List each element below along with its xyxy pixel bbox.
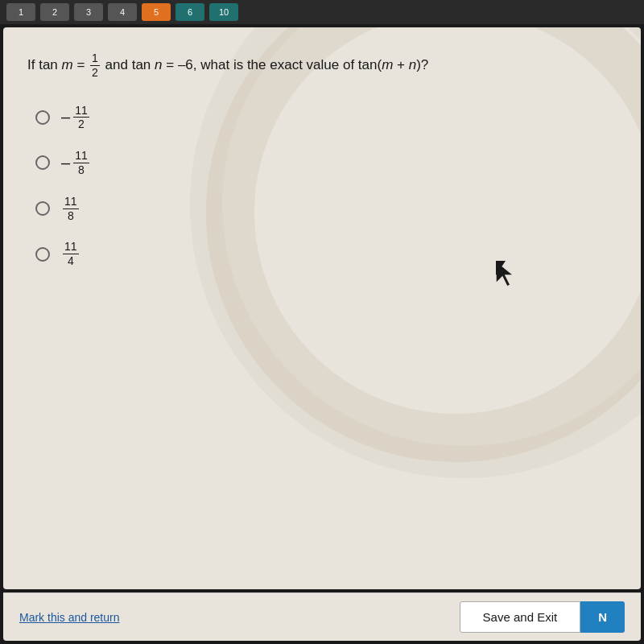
option-2-fraction: 11 8 <box>73 149 89 177</box>
save-exit-button[interactable]: Save and Exit <box>460 601 581 633</box>
nav-btn-5[interactable]: 5 <box>142 3 171 21</box>
option-4[interactable]: 11 4 <box>35 240 617 268</box>
option-1-label: – 11 2 <box>61 104 91 132</box>
option-4-fraction: 11 4 <box>63 240 79 268</box>
fraction-num-1: 1 <box>90 52 100 66</box>
option-3-den: 8 <box>66 209 76 223</box>
option-3-label: 11 8 <box>61 195 80 223</box>
nav-btn-3[interactable]: 3 <box>74 3 103 21</box>
option-3-num: 11 <box>63 195 79 209</box>
question-container: If tan m = 1 2 and tan n = –6, what is t… <box>3 27 641 589</box>
option-1[interactable]: – 11 2 <box>35 104 617 132</box>
question-text-prefix: If tan m = <box>27 57 89 72</box>
option-2[interactable]: – 11 8 <box>35 149 617 177</box>
top-navigation-bar: 1 2 3 4 5 6 10 <box>0 0 644 24</box>
option-1-den: 2 <box>76 118 86 131</box>
option-3-fraction: 11 8 <box>63 195 79 223</box>
next-button[interactable]: N <box>580 601 625 633</box>
radio-option-2[interactable] <box>35 155 50 170</box>
nav-btn-1[interactable]: 1 <box>6 3 35 21</box>
radio-option-4[interactable] <box>35 247 50 262</box>
option-2-label: – 11 8 <box>61 149 91 177</box>
question-text: If tan m = 1 2 and tan n = –6, what is t… <box>27 52 617 80</box>
option-1-fraction: 11 2 <box>73 104 89 132</box>
nav-btn-4[interactable]: 4 <box>108 3 137 21</box>
option-3[interactable]: 11 8 <box>35 195 617 223</box>
option-2-den: 8 <box>76 163 86 177</box>
nav-btn-6[interactable]: 6 <box>175 3 204 21</box>
question-text-mid: and tan n = –6, what is the exact value … <box>105 57 429 72</box>
radio-option-3[interactable] <box>35 201 50 216</box>
fraction-den-1: 2 <box>90 66 100 80</box>
footer-bar: Mark this and return Save and Exit N <box>3 592 641 641</box>
radio-option-1[interactable] <box>35 110 50 125</box>
footer-action-buttons: Save and Exit N <box>460 601 625 633</box>
options-list: – 11 2 – 11 8 11 <box>35 104 617 268</box>
nav-btn-2[interactable]: 2 <box>40 3 69 21</box>
option-2-neg: – <box>61 154 70 172</box>
option-4-label: 11 4 <box>61 240 80 268</box>
option-2-num: 11 <box>73 149 89 163</box>
option-1-num: 11 <box>73 104 89 118</box>
fraction-half: 1 2 <box>90 52 100 80</box>
option-4-num: 11 <box>63 240 79 254</box>
mark-return-button[interactable]: Mark this and return <box>19 611 120 624</box>
nav-btn-7[interactable]: 10 <box>209 3 238 21</box>
option-4-den: 4 <box>66 254 76 268</box>
option-1-neg: – <box>61 108 70 126</box>
